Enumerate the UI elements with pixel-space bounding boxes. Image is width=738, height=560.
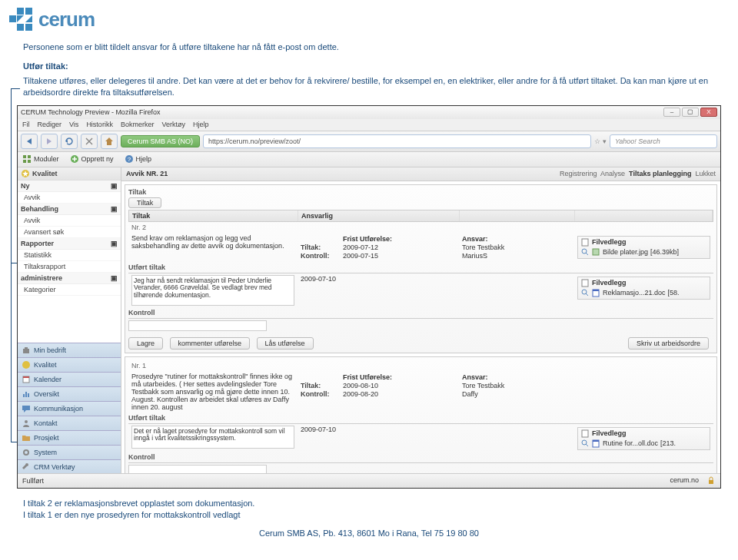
url-field[interactable]: https://cerum.no/preview/zoot/ (203, 134, 591, 148)
stack-kalender[interactable]: Kalender (18, 372, 121, 386)
tab-planlegging[interactable]: Tiltaks planlegging (629, 170, 691, 177)
t1-utfort-date: 2009-07-10 (301, 426, 456, 433)
modules-icon (22, 154, 32, 164)
svg-rect-28 (23, 376, 29, 378)
nav-home[interactable] (101, 134, 118, 149)
window-minimize[interactable]: – (663, 108, 680, 117)
svg-point-33 (24, 450, 28, 455)
nav-reload[interactable] (61, 134, 78, 149)
svg-point-32 (25, 420, 28, 423)
side-item-tiltaksrapport[interactable]: Tiltaksrapport (18, 261, 121, 273)
side-item-statistikk[interactable]: Statistikk (18, 250, 121, 261)
stack-kontakt[interactable]: Kontakt (18, 416, 121, 430)
tiltak-2: Tiltak Tiltak Tiltak Ansvarlig Nr. 2 Sen… (125, 184, 717, 353)
nav-forward[interactable] (41, 134, 58, 149)
side-item-avvik2[interactable]: Avvik (18, 215, 121, 227)
stack-minbedrift[interactable]: Min bedrift (18, 343, 121, 357)
logo: cerum (0, 0, 738, 41)
dropdown-icon[interactable]: ☆ ▾ (594, 138, 607, 145)
nav-stop[interactable] (81, 134, 98, 149)
window-close[interactable]: X (700, 108, 717, 117)
svg-rect-37 (593, 249, 599, 255)
kommenter-button[interactable]: kommenter utførelse (170, 337, 251, 350)
svg-rect-43 (582, 430, 588, 437)
zoom-icon (581, 248, 590, 257)
svg-line-40 (586, 293, 588, 296)
tab-lukket[interactable]: Lukket (695, 170, 716, 177)
tab-registrering[interactable]: Registrering (560, 170, 597, 177)
stack-oversikt[interactable]: Oversikt (18, 386, 121, 401)
svg-rect-24 (23, 349, 29, 353)
t2-nr: Nr. 2 (128, 222, 713, 233)
home-icon (105, 137, 114, 146)
skriv-button[interactable]: Skriv ut arbeidsordre (628, 337, 709, 350)
menu-bokmerker[interactable]: Bokmerker (121, 121, 155, 128)
menu-rediger[interactable]: Rediger (38, 121, 62, 128)
t2-utfort-text[interactable]: Jeg har nå sendt reklamasjon til Peder U… (131, 275, 294, 306)
app-body: Kvalitet Ny▣ Avvik Behandling▣ Avvik Ava… (18, 167, 720, 474)
svg-rect-50 (709, 480, 713, 484)
side-item-avansert[interactable]: Avansert søk (18, 227, 121, 238)
svg-rect-25 (25, 347, 28, 349)
search-field[interactable]: Yahoo! Search (610, 134, 717, 148)
menu-verktoy[interactable]: Verktøy (161, 121, 185, 128)
toolbar-hjelp[interactable]: ? Hjelp (125, 154, 152, 164)
tab-analyse[interactable]: Analyse (600, 170, 625, 177)
menu-vis[interactable]: Vis (69, 121, 78, 128)
svg-rect-38 (582, 280, 588, 287)
window-maximize[interactable]: ▢ (682, 108, 699, 117)
t2-content: Send krav om reklamasjon og legg ved sak… (128, 233, 713, 262)
chat-icon (22, 404, 31, 413)
stack-kommunikasjon[interactable]: Kommunikasjon (18, 401, 121, 416)
t1-utfort-text[interactable]: Det er nå laget prosedyre for mottakskon… (131, 426, 294, 449)
search-placeholder: Yahoo! Search (615, 138, 660, 145)
t2-desc: Send krav om reklamasjon og legg ved sak… (128, 233, 298, 262)
svg-rect-15 (23, 160, 26, 163)
tab-tiltak-button[interactable]: Tiltak (128, 197, 161, 208)
side-group-admin[interactable]: administrere▣ (18, 273, 121, 284)
menu-hjelp[interactable]: Hjelp (193, 121, 209, 128)
menu-fil[interactable]: Fil (22, 121, 30, 128)
side-group-rapporter[interactable]: Rapporter▣ (18, 238, 121, 250)
attachment-icon (581, 279, 590, 287)
menu-historikk[interactable]: Historikk (86, 121, 113, 128)
t1-file[interactable]: Rutine for...oll.doc [213. (581, 439, 706, 448)
stack-prosjekt[interactable]: Prosjekt (18, 430, 121, 445)
side-group-ny[interactable]: Ny▣ (18, 181, 121, 192)
toolbar-moduler[interactable]: Moduler (22, 154, 59, 164)
kontroll-input[interactable] (128, 320, 267, 331)
t2-file[interactable]: Bilde plater.jpg [46.39kb] (581, 248, 706, 257)
folder-icon (22, 433, 31, 442)
status-text: Fullført (22, 477, 44, 485)
svg-rect-2 (9, 15, 16, 22)
app-toolbar: Moduler Opprett ny ? Hjelp (18, 152, 720, 167)
logo-text: cerum (38, 8, 95, 31)
sidebar: Kvalitet Ny▣ Avvik Behandling▣ Avvik Ava… (18, 167, 121, 474)
back-icon (25, 137, 34, 146)
stack-kvalitet[interactable]: Kvalitet (18, 357, 121, 372)
svg-rect-16 (28, 160, 31, 163)
browser-tab[interactable]: Cerum SMB AS (NO) (121, 135, 200, 147)
las-button[interactable]: Lås utførelse (257, 337, 314, 350)
forward-icon (45, 137, 54, 146)
side-item-kategorier[interactable]: Kategorier (18, 284, 121, 296)
star-icon (22, 360, 31, 369)
quality-icon (21, 169, 30, 178)
panel-head: Avvik NR. 21 Registrering Analyse Tiltak… (121, 167, 720, 181)
nav-back[interactable] (21, 134, 38, 149)
col-tiltak: Tiltak (129, 210, 298, 221)
lagre-button[interactable]: Lagre (128, 337, 163, 350)
main-panel: Avvik NR. 21 Registrering Analyse Tiltak… (121, 167, 720, 474)
side-group-behandling[interactable]: Behandling▣ (18, 204, 121, 215)
tiltak-1: Nr. 1 Prosedyre "rutiner for mottakskont… (125, 356, 717, 474)
utfor-heading: Utfør tiltak: (23, 61, 715, 72)
stack-crm[interactable]: CRM Verktøy (18, 459, 121, 474)
svg-rect-14 (28, 155, 31, 158)
t2-file2[interactable]: Reklamasjo...21.doc [58. (581, 289, 706, 297)
toolbar-opprett[interactable]: Opprett ny (70, 154, 114, 164)
person-icon (22, 419, 31, 428)
browser-statusbar: Fullført cerum.no (18, 473, 720, 488)
toolbar-hjelp-label: Hjelp (136, 155, 152, 163)
stack-system[interactable]: System (18, 445, 121, 459)
side-item-avvik[interactable]: Avvik (18, 192, 121, 204)
